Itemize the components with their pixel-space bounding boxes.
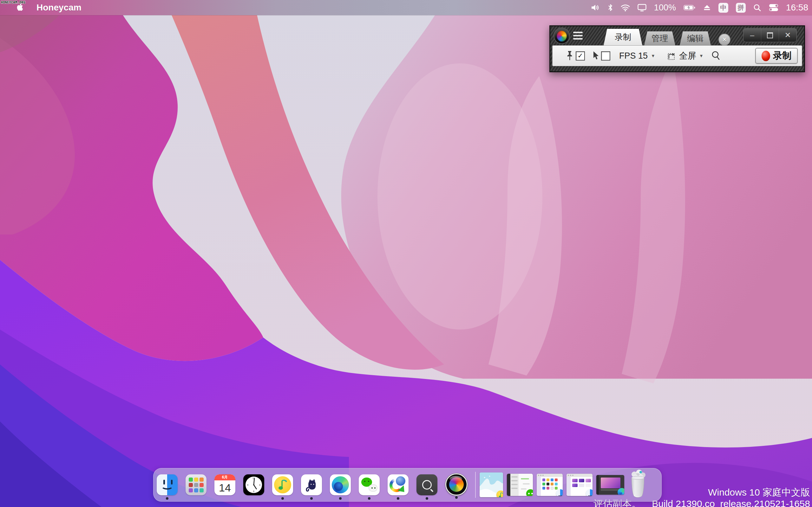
tab-record[interactable]: 录制 — [604, 29, 642, 45]
battery-percent: 100% — [654, 3, 676, 13]
dock-item-cat-app[interactable] — [301, 474, 322, 495]
ime-pinyin-icon[interactable]: 拼 — [736, 3, 746, 13]
pin-checkbox[interactable]: ✓ — [576, 51, 585, 60]
tab-edit[interactable]: 编辑 — [680, 32, 711, 45]
calendar-icon: 6月 14 — [214, 474, 235, 495]
dock-item-honeycam[interactable] — [445, 473, 467, 496]
search-app-icon — [416, 474, 438, 495]
display-icon[interactable] — [638, 4, 647, 11]
close-button[interactable]: ✕ — [779, 29, 797, 42]
minimized-window-qq-music[interactable] — [479, 472, 503, 497]
svg-text:3: 3 — [259, 484, 260, 486]
dock-item-calendar[interactable]: 6月 14 — [214, 474, 235, 495]
minimized-window-finder-wallpapers[interactable] — [566, 474, 593, 496]
launchpad-icon — [186, 474, 206, 495]
running-indicator — [455, 496, 458, 499]
menu-bar: HONEYCAM.ORG Honeycam 100% — [0, 0, 812, 15]
honeycam-dock-icon — [445, 473, 467, 496]
finder-icon — [157, 474, 177, 495]
recorder-toolbar: ✓ FPS 15 ▼ 全屏 ▼ 录制 — [552, 45, 802, 66]
dock-item-trash[interactable] — [629, 469, 647, 498]
record-button[interactable]: 录制 — [755, 48, 798, 64]
svg-text:9: 9 — [247, 484, 248, 486]
finder-badge-icon — [556, 489, 563, 496]
pin-icon[interactable] — [566, 51, 573, 61]
running-indicator — [166, 497, 168, 500]
record-dot-icon — [762, 51, 770, 61]
dock-item-qq-music[interactable] — [272, 474, 293, 495]
menubar-app-name[interactable]: Honeycam — [37, 3, 82, 13]
calendar-month: 6月 — [222, 475, 228, 480]
os-watermark-build: Build 21390.co_release.210521-1658 — [652, 498, 810, 507]
resize-area-icon[interactable] — [667, 51, 676, 60]
calendar-day: 14 — [219, 482, 231, 494]
color-wheel-icon — [557, 31, 567, 42]
maximize-icon — [767, 32, 773, 38]
ime-chinese-icon[interactable]: 中 — [718, 3, 728, 13]
dock-item-launchpad[interactable] — [186, 474, 206, 495]
menubar-status-area: 100% 中 拼 16:58 — [591, 3, 812, 13]
running-indicator — [310, 497, 313, 500]
qq-music-badge-icon — [496, 491, 503, 497]
battery-icon[interactable] — [683, 4, 696, 11]
honeycam-logo-icon[interactable] — [554, 28, 569, 43]
capture-area-label[interactable]: 全屏 — [679, 50, 696, 61]
minimized-window-wechat[interactable] — [507, 474, 533, 496]
wifi-icon[interactable] — [621, 4, 630, 11]
minimize-button[interactable]: – — [744, 29, 761, 42]
qq-music-icon — [272, 474, 293, 495]
wechat-badge-icon — [526, 489, 533, 496]
volume-icon[interactable] — [591, 3, 600, 12]
cursor-icon[interactable] — [593, 51, 600, 60]
dock: 6月 14 12369 — [153, 468, 662, 502]
menu-hamburger-icon[interactable] — [573, 32, 583, 40]
cat-app-icon — [301, 474, 322, 495]
svg-text:6: 6 — [253, 490, 254, 493]
tab-manage[interactable]: 管理 — [644, 32, 675, 45]
area-dropdown-icon[interactable]: ▼ — [699, 53, 704, 58]
edge-badge-icon — [618, 488, 624, 495]
maximize-button[interactable] — [761, 29, 779, 42]
fps-dropdown-icon[interactable]: ▼ — [651, 53, 655, 58]
magnifier-icon[interactable] — [711, 51, 721, 61]
dock-item-wechat[interactable] — [359, 474, 380, 495]
running-indicator — [281, 497, 284, 500]
clock-icon: 12369 — [243, 474, 264, 495]
close-tab-badge-icon[interactable]: ✕ — [718, 34, 730, 46]
apple-menu-icon[interactable] — [14, 3, 23, 13]
site-watermark: HONEYCAM.ORG — [1, 1, 26, 4]
finder-badge-icon — [586, 489, 593, 496]
dock-item-edge[interactable] — [330, 474, 351, 495]
honeycam-window: 录制 管理 编辑 ✕ – ✕ ✓ FPS 15 ▼ 全 — [549, 25, 805, 72]
window-controls: – ✕ — [743, 28, 797, 42]
menubar-clock[interactable]: 16:58 — [786, 3, 808, 13]
eject-icon[interactable] — [703, 4, 711, 11]
minimized-window-finder-applications[interactable] — [537, 474, 563, 496]
dock-item-search[interactable] — [416, 474, 438, 495]
dock-item-finder[interactable] — [157, 474, 177, 495]
dock-item-clock[interactable]: 12369 — [243, 474, 264, 495]
wechat-icon — [359, 474, 380, 495]
spotlight-search-icon[interactable] — [753, 4, 761, 12]
os-watermark-line1: Windows 10 家庭中文版 — [708, 486, 810, 499]
running-indicator — [426, 497, 428, 500]
dock-item-idm[interactable] — [388, 474, 409, 495]
control-center-icon[interactable] — [769, 3, 778, 12]
dock-divider — [475, 472, 476, 498]
cursor-checkbox[interactable] — [601, 51, 610, 60]
desktop-screen: HONEYCAM.ORG Honeycam 100% — [0, 0, 812, 507]
wallpaper — [0, 0, 812, 507]
running-indicator — [339, 497, 342, 500]
idm-icon — [388, 474, 409, 495]
fps-selector-label[interactable]: FPS 15 — [619, 51, 648, 61]
running-indicator — [368, 497, 370, 500]
minimized-window-edge-browser[interactable] — [596, 475, 624, 495]
edge-icon — [330, 474, 351, 495]
running-indicator — [397, 497, 399, 500]
bluetooth-icon[interactable] — [608, 3, 613, 12]
